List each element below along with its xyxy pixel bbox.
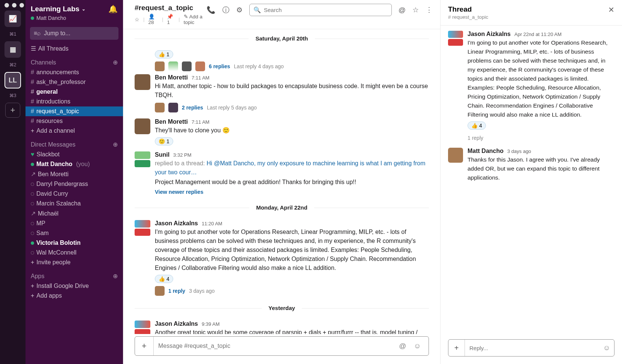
reaction-badge[interactable]: 👍 4 [155,275,173,283]
jump-to-input[interactable]: ≡⌕Jump to... [30,27,118,40]
message-composer: + @ ☺ [135,336,429,356]
presence-off-icon [31,232,34,235]
thread-composer-input[interactable] [465,340,600,356]
emoji-button[interactable]: ☺ [410,342,425,350]
author-name[interactable]: Matt Dancho [468,148,504,154]
avatar[interactable] [135,151,150,167]
reply-avatar[interactable] [155,61,165,71]
thread-root-text: I'm going to put another vote for Operat… [468,38,615,119]
reply-avatar[interactable] [182,61,192,71]
avatar[interactable] [135,321,150,334]
settings-gear-icon[interactable]: ⚙ [236,6,243,14]
channel-announcements[interactable]: #announcements [25,67,123,77]
reply-avatar[interactable] [168,103,178,112]
dm-matt-dancho[interactable]: Matt Dancho(you) [25,159,123,169]
replies-link[interactable]: 6 replies [209,63,230,69]
thread-reply-text: Thanks for this Jason. I agree with you.… [468,155,615,182]
reply-avatar[interactable] [155,103,165,112]
channels-header[interactable]: Channels [31,59,56,66]
channel-resources[interactable]: #resources [25,116,123,126]
channel-request-a-topic[interactable]: #request_a_topic [25,106,123,116]
author-name[interactable]: Ben Moretti [155,118,188,125]
dm-sam[interactable]: Sam [25,228,123,238]
dm-marcin[interactable]: Marcin Szalacha [25,199,123,208]
timestamp: 11:20 AM [202,221,222,226]
presence-off-icon [31,222,34,225]
reply-avatar[interactable] [155,286,165,296]
add-dm-icon[interactable]: ⊕ [113,141,118,148]
reply-avatar[interactable] [168,61,178,71]
dm-darryl[interactable]: Darryl Pendergrass [25,179,123,189]
thread-composer-plus[interactable]: + [448,340,465,356]
avatar[interactable] [135,74,150,90]
info-icon[interactable]: ⓘ [222,5,229,15]
reaction-badge[interactable]: 🙂 1 [155,137,173,145]
author-name[interactable]: Jason Aizkalns [155,220,198,227]
invite-people-link[interactable]: +Invite people [25,258,123,267]
view-newer-replies-link[interactable]: View newer replies [155,189,204,195]
install-google-drive[interactable]: +Install Google Drive [25,281,123,291]
dm-mp[interactable]: MP [25,219,123,228]
avatar[interactable] [448,31,463,46]
search-input[interactable] [264,7,388,13]
more-menu-icon[interactable]: ⋮ [426,6,433,14]
notifications-bell-icon[interactable]: 🔔 [108,4,118,13]
workspace-shortcut-3: ⌘3 [9,93,16,98]
workspace-name[interactable]: Learning Labs⌄ [31,5,85,13]
dms-header[interactable]: Direct Messages [31,141,75,148]
workspace-shortcut-1: ⌘1 [9,31,16,37]
close-thread-icon[interactable]: ✕ [608,5,615,14]
members-count[interactable]: 👤 28 [148,13,158,25]
add-channel-link[interactable]: +Add a channel [25,126,123,136]
current-user[interactable]: Matt Dancho [25,15,123,25]
dm-wal[interactable]: Wal McConnell [25,248,123,258]
replies-link[interactable]: 1 reply [168,288,185,294]
mention-button[interactable]: @ [395,342,410,350]
date-divider: Saturday, April 20th [249,35,315,42]
avatar[interactable] [135,220,150,236]
workspace-switch-1[interactable]: 📈 [4,10,21,27]
channel-introductions[interactable]: #introductions [25,97,123,106]
thread-channel-ref[interactable]: # request_a_topic [448,14,488,20]
channel-ask-professor[interactable]: #ask_the_professor [25,77,123,87]
reply-avatar[interactable] [195,61,205,71]
author-name[interactable]: Sunil [155,151,169,158]
thread-composer: + ☺ [448,339,615,357]
composer-input[interactable] [154,337,395,355]
reaction-badge[interactable]: 👍 1 [155,50,173,58]
channel-general[interactable]: #general [25,87,123,97]
replies-link[interactable]: 2 replies [182,105,203,111]
away-icon: ↗ [31,210,36,217]
star-channel-button[interactable]: ☆ [135,16,139,22]
search-box[interactable]: 🔍 [249,4,392,16]
workspace-switch-2[interactable]: ▦ [4,41,21,58]
dm-ben-moretti[interactable]: ↗Ben Moretti [25,169,123,179]
author-name[interactable]: Ben Moretti [155,74,188,81]
add-workspace-button[interactable]: + [5,103,20,118]
add-topic-link[interactable]: ✎ Add a topic [184,13,207,25]
mentions-icon[interactable]: @ [399,6,406,14]
dm-david[interactable]: David Curry [25,189,123,199]
all-threads-link[interactable]: ☰All Threads [25,43,123,54]
avatar[interactable] [448,148,463,163]
author-name[interactable]: Jason Aizkalns [155,321,198,327]
composer-plus-button[interactable]: + [135,337,154,355]
call-icon[interactable]: 📞 [207,6,216,14]
dm-michael[interactable]: ↗Michaël [25,208,123,219]
presence-off-icon [31,202,34,205]
thread-emoji-button[interactable]: ☺ [600,344,614,352]
apps-header[interactable]: Apps [31,273,44,280]
avatar[interactable] [135,118,150,134]
thread-reply-count: 1 reply [468,135,615,141]
add-apps-link[interactable]: +Add apps [25,291,123,301]
dm-victoria[interactable]: Victoria Bolotin [25,238,123,248]
author-name[interactable]: Jason Aizkalns [468,31,511,37]
dm-slackbot[interactable]: ♥Slackbot [25,150,123,159]
star-icon[interactable]: ☆ [412,6,419,14]
reaction-badge[interactable]: 👍 4 [468,121,486,130]
main-column: #request_a_topic ☆| 👤 28| 📌 1| ✎ Add a t… [123,0,440,364]
add-app-icon[interactable]: ⊕ [113,273,118,280]
pins-count[interactable]: 📌 1 [167,13,175,25]
workspace-switch-3[interactable]: LL [4,72,21,88]
add-channel-icon[interactable]: ⊕ [113,59,118,66]
